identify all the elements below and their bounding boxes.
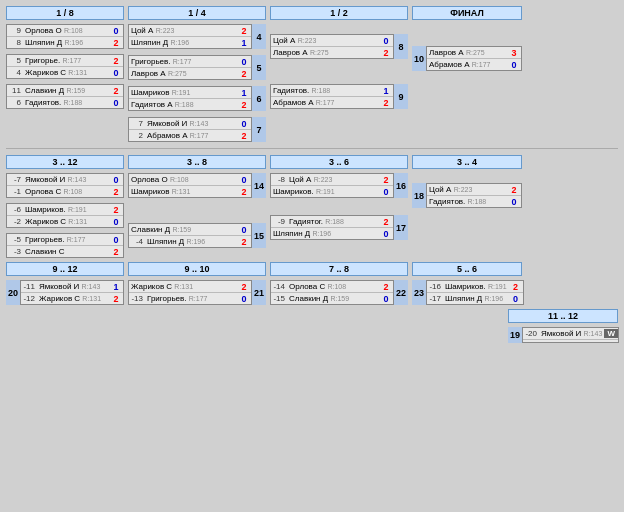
seed: 4 bbox=[7, 68, 23, 77]
match-12-box: -6 Шамриков. R:191 2 -2 Жариков С R:131 … bbox=[6, 203, 124, 228]
lower-bracket-row2: 9 .. 12 20 -11 Ямковой И R:143 1 -12 Жар… bbox=[6, 262, 618, 305]
player-name: Шамриков R:131 bbox=[129, 186, 237, 197]
score: 0 bbox=[109, 26, 123, 36]
score: 2 bbox=[237, 26, 251, 36]
match-1-row2: 8 Шляпин Д R:196 2 bbox=[7, 37, 123, 48]
match-22-row2: -15 Славкин Д R:159 0 bbox=[271, 293, 393, 304]
round-14-header: 1 / 4 bbox=[128, 6, 266, 20]
match-22-row1: -14 Орлова С R:108 2 bbox=[271, 281, 393, 293]
player-name: Лавров А R:275 bbox=[427, 47, 507, 58]
player-name: Шамриков. R:191 bbox=[271, 186, 379, 197]
score: 2 bbox=[509, 282, 523, 292]
match-17-container: -9 Гадиятог. R:188 2 Шляпин Д R:196 0 17 bbox=[270, 215, 408, 240]
match-16-box: -8 Цой А R:223 2 Шамриков. R:191 0 bbox=[270, 173, 394, 198]
player-name: Жариков С R:131 bbox=[23, 216, 109, 227]
score: 2 bbox=[109, 56, 123, 66]
col-34: 3 .. 4 18 Цой А R:223 2 Гадиятов. R:188 … bbox=[412, 155, 522, 208]
match-num-23: 23 bbox=[412, 280, 426, 305]
score: 0 bbox=[509, 294, 523, 304]
player-name: Гадиятов. R:188 bbox=[271, 85, 379, 96]
col-12: 1 / 2 Цой А R:223 0 Лавров А R:275 2 8 bbox=[270, 6, 408, 109]
col-18: 1 / 8 9 Орлова О R:108 0 8 Шляпин Д R:19… bbox=[6, 6, 124, 109]
seed: -14 bbox=[271, 282, 287, 291]
match-12-row1: -6 Шамриков. R:191 2 bbox=[7, 204, 123, 216]
player-name: Жариков С R:131 bbox=[37, 293, 109, 304]
top-bracket-row: 1 / 8 9 Орлова О R:108 0 8 Шляпин Д R:19… bbox=[6, 6, 618, 142]
round-912-header: 9 .. 12 bbox=[6, 262, 124, 276]
score: 0 bbox=[237, 294, 251, 304]
player-name: Шляпин Д R:196 bbox=[443, 293, 509, 304]
match-9-row2: Абрамов А R:177 2 bbox=[271, 97, 393, 108]
match-14-container: Орлова О R:108 0 Шамриков R:131 2 14 bbox=[128, 173, 266, 198]
score: 0 bbox=[379, 36, 393, 46]
player-name: Гадиятов. R:188 bbox=[427, 196, 507, 207]
match-4-row1: Цой А R:223 2 bbox=[129, 25, 251, 37]
player-name: Лавров А R:275 bbox=[271, 47, 379, 58]
match-17-row2: Шляпин Д R:196 0 bbox=[271, 228, 393, 239]
match-10-row1: Лавров А R:275 3 bbox=[427, 47, 521, 59]
seed: -9 bbox=[271, 217, 287, 226]
match-17-box: -9 Гадиятог. R:188 2 Шляпин Д R:196 0 bbox=[270, 215, 394, 240]
player-name: Цой А R:223 bbox=[271, 35, 379, 46]
match-4-box: Цой А R:223 2 Шляпин Д R:196 1 bbox=[128, 24, 252, 49]
match-15-row1: Славкин Д R:159 0 bbox=[129, 224, 251, 236]
match-19-row2 bbox=[523, 340, 618, 342]
player-name: Ямковой И R:143 bbox=[37, 281, 109, 292]
round-910-header: 9 .. 10 bbox=[128, 262, 266, 276]
score: 0 bbox=[109, 217, 123, 227]
player-name: Цой А R:223 bbox=[287, 174, 379, 185]
player-name: Абрамов А R:177 bbox=[271, 97, 379, 108]
match-18-box: Цой А R:223 2 Гадиятов. R:188 0 bbox=[426, 183, 522, 208]
seed: -6 bbox=[7, 205, 23, 214]
match-8-container: Цой А R:223 0 Лавров А R:275 2 8 bbox=[270, 34, 408, 59]
match-23-box: -16 Шамриков. R:191 2 -17 Шляпин Д R:196… bbox=[426, 280, 524, 305]
score: 0 bbox=[507, 197, 521, 207]
score: 0 bbox=[237, 225, 251, 235]
match-19-container: 19 -20 Ямковой И R:143 W bbox=[508, 327, 618, 343]
round-34-header: 3 .. 4 bbox=[412, 155, 522, 169]
match-15-box: Славкин Д R:159 0 -4 Шляпин Д R:196 2 bbox=[128, 223, 252, 248]
seed: -15 bbox=[271, 294, 287, 303]
score: 2 bbox=[379, 282, 393, 292]
match-5-row1: Григорьев. R:177 0 bbox=[129, 56, 251, 68]
seed: -8 bbox=[271, 175, 287, 184]
score: 2 bbox=[109, 294, 123, 304]
match-22-container: -14 Орлова С R:108 2 -15 Славкин Д R:159… bbox=[270, 280, 408, 305]
round-38-header: 3 .. 8 bbox=[128, 155, 266, 169]
seed: 2 bbox=[129, 131, 145, 140]
col-56: 5 .. 6 23 -16 Шамриков. R:191 2 -17 Шляп… bbox=[412, 262, 522, 305]
seed: -2 bbox=[7, 217, 23, 226]
match-14-row1: Орлова О R:108 0 bbox=[129, 174, 251, 186]
match-22-box: -14 Орлова С R:108 2 -15 Славкин Д R:159… bbox=[270, 280, 394, 305]
score: 2 bbox=[379, 98, 393, 108]
seed: -7 bbox=[7, 175, 23, 184]
seed: -5 bbox=[7, 235, 23, 244]
match-21-row2: -13 Григорьев. R:177 0 bbox=[129, 293, 251, 304]
match-num-18: 18 bbox=[412, 183, 426, 208]
player-name: Орлова С R:108 bbox=[23, 186, 109, 197]
score: 1 bbox=[379, 86, 393, 96]
score: 0 bbox=[109, 68, 123, 78]
round-12-header: 1 / 2 bbox=[270, 6, 408, 20]
score: 0 bbox=[237, 57, 251, 67]
seed: 5 bbox=[7, 56, 23, 65]
match-7-container: 7 Ямковой И R:143 0 2 Абрамов А R:177 2 … bbox=[128, 117, 266, 142]
score: 2 bbox=[379, 217, 393, 227]
match-23-row1: -16 Шамриков. R:191 2 bbox=[427, 281, 523, 293]
match-6-row1: Шамриков R:191 1 bbox=[129, 87, 251, 99]
col-final: ФИНАЛ 10 Лавров А R:275 3 Абрамов А R:17… bbox=[412, 6, 522, 71]
match-20-row1: -11 Ямковой И R:143 1 bbox=[21, 281, 123, 293]
match-21-row1: Жариков С R:131 2 bbox=[129, 281, 251, 293]
score: 2 bbox=[237, 100, 251, 110]
score: 2 bbox=[109, 247, 123, 257]
player-name bbox=[523, 340, 618, 342]
match-20-container: 20 -11 Ямковой И R:143 1 -12 Жариков С R… bbox=[6, 280, 124, 305]
player-name: Гадиятог. R:188 bbox=[287, 216, 379, 227]
score: 0 bbox=[109, 175, 123, 185]
round-312-header: 3 .. 12 bbox=[6, 155, 124, 169]
player-name: Шамриков. R:191 bbox=[443, 281, 509, 292]
score: 2 bbox=[379, 48, 393, 58]
match-7-box: 7 Ямковой И R:143 0 2 Абрамов А R:177 2 bbox=[128, 117, 252, 142]
seed: -13 bbox=[129, 294, 145, 303]
round-56-header: 5 .. 6 bbox=[412, 262, 522, 276]
